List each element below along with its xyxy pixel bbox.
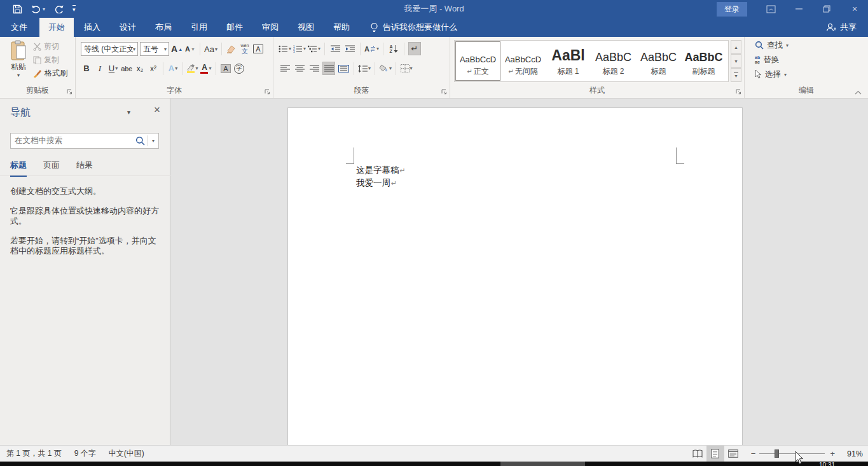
zoom-out-button[interactable]: −: [742, 449, 760, 458]
multilevel-list-button[interactable]: ▾: [308, 42, 320, 55]
close-button[interactable]: ×: [846, 4, 863, 14]
clear-formatting-button[interactable]: [226, 43, 237, 56]
select-button[interactable]: 选择 ▾: [755, 68, 868, 81]
share-button[interactable]: 共享: [826, 18, 857, 37]
tab-design[interactable]: 设计: [111, 18, 145, 37]
replace-button[interactable]: ab ac 替换: [755, 53, 868, 66]
document-page[interactable]: 这是字幕稿↵ 我爱一周↵: [287, 107, 743, 445]
style-subtitle[interactable]: AaBbC 副标题: [681, 41, 726, 81]
font-name-combobox[interactable]: 等线 (中文正文 ▾: [81, 42, 138, 56]
ribbon-display-options-button[interactable]: [762, 5, 779, 13]
customize-quick-access-button[interactable]: ▾: [72, 5, 76, 13]
underline-button[interactable]: U▾: [107, 62, 119, 75]
sign-in-button[interactable]: 登录: [717, 2, 747, 17]
superscript-button[interactable]: x²: [148, 62, 159, 75]
style-heading-1[interactable]: AaBl 标题 1: [546, 41, 591, 81]
tab-view[interactable]: 视图: [289, 18, 323, 37]
asian-layout-button[interactable]: A ▾: [364, 42, 379, 55]
copy-button[interactable]: 复制: [33, 55, 67, 65]
save-button[interactable]: [13, 4, 22, 14]
tab-mailings[interactable]: 邮件: [217, 18, 252, 37]
undo-button[interactable]: ▾: [31, 4, 45, 13]
styles-scroll-up-button[interactable]: ▲: [731, 40, 741, 54]
increase-indent-button[interactable]: [343, 42, 356, 55]
redo-button[interactable]: [54, 4, 64, 13]
styles-scroll-down-button[interactable]: ▼: [731, 54, 741, 68]
nav-tab-pages[interactable]: 页面: [43, 160, 60, 177]
justify-button[interactable]: [322, 62, 335, 75]
document-search-box[interactable]: 在文档中搜索 ▾: [10, 133, 159, 149]
cut-button[interactable]: 剪切: [33, 41, 67, 52]
borders-button[interactable]: ▾: [400, 62, 413, 75]
style-normal[interactable]: AaBbCcD ↵正文: [455, 41, 500, 81]
align-center-button[interactable]: [293, 62, 306, 75]
bullets-button[interactable]: ▾: [279, 42, 291, 55]
paste-button[interactable]: 粘贴 ▾: [5, 40, 32, 85]
clipboard-dialog-launcher[interactable]: [67, 89, 73, 95]
text-highlight-color-button[interactable]: ▾: [187, 62, 198, 75]
font-color-button[interactable]: A ▾: [200, 62, 212, 75]
undo-dropdown-icon[interactable]: ▾: [43, 6, 45, 12]
paragraph-dialog-launcher[interactable]: [441, 89, 448, 95]
nav-tab-results[interactable]: 结果: [76, 160, 93, 177]
shrink-font-button[interactable]: A▼: [184, 43, 196, 56]
style-title[interactable]: AaBbC 标题: [636, 41, 681, 81]
zoom-percentage[interactable]: 91%: [840, 449, 863, 458]
bold-button[interactable]: B: [81, 62, 92, 75]
page-indicator[interactable]: 第 1 页，共 1 页: [0, 448, 68, 459]
tab-insert[interactable]: 插入: [75, 18, 109, 37]
line-spacing-button[interactable]: ▾: [358, 62, 371, 75]
tab-home[interactable]: 开始: [39, 18, 74, 37]
read-mode-button[interactable]: [689, 446, 706, 462]
font-size-combobox[interactable]: 五号 ▾: [140, 42, 169, 56]
format-painter-button[interactable]: 格式刷: [33, 68, 67, 79]
change-case-button[interactable]: Aa▾: [204, 43, 217, 56]
align-right-button[interactable]: [308, 62, 320, 75]
navigation-pane-close-icon[interactable]: ×: [154, 104, 160, 116]
restore-button[interactable]: [818, 5, 835, 13]
styles-dialog-launcher[interactable]: [736, 89, 742, 95]
phonetic-guide-button[interactable]: wén 文: [239, 43, 251, 56]
document-text[interactable]: 这是字幕稿↵ 我爱一周↵: [356, 164, 406, 189]
character-border-button[interactable]: A: [252, 43, 264, 56]
language-indicator[interactable]: 中文(中国): [102, 448, 151, 459]
search-icon[interactable]: [133, 136, 148, 146]
tab-help[interactable]: 帮助: [324, 18, 359, 37]
numbering-button[interactable]: 123 ▾: [293, 42, 306, 55]
zoom-slider[interactable]: [759, 446, 825, 462]
font-dialog-launcher[interactable]: [265, 89, 271, 95]
tab-file[interactable]: 文件: [0, 18, 38, 37]
word-count-indicator[interactable]: 9 个字: [68, 448, 102, 459]
navigation-pane-options-icon[interactable]: ▾: [127, 109, 130, 116]
distributed-button[interactable]: [337, 62, 350, 75]
shading-button[interactable]: ▾: [379, 62, 392, 75]
style-heading-2[interactable]: AaBbC 标题 2: [591, 41, 636, 81]
web-layout-button[interactable]: [724, 446, 742, 462]
grow-font-button[interactable]: A▲: [171, 43, 183, 56]
tell-me-box[interactable]: 告诉我你想要做什么: [370, 18, 457, 37]
collapse-ribbon-button[interactable]: [855, 90, 862, 95]
strikethrough-button[interactable]: abc: [121, 62, 132, 75]
find-button[interactable]: 查找 ▾: [755, 39, 868, 51]
style-no-spacing[interactable]: AaBbCcD ↵无间隔: [500, 41, 546, 81]
document-line[interactable]: 我爱一周↵: [356, 177, 406, 189]
tab-references[interactable]: 引用: [182, 18, 216, 37]
show-hide-marks-button[interactable]: ↵: [408, 42, 421, 55]
zoom-slider-thumb[interactable]: [775, 449, 779, 458]
tab-review[interactable]: 审阅: [253, 18, 287, 37]
sort-button[interactable]: AZ: [387, 42, 400, 55]
align-left-button[interactable]: [279, 62, 291, 75]
subscript-button[interactable]: x₂: [134, 62, 146, 75]
print-layout-button[interactable]: [706, 446, 724, 462]
tab-layout[interactable]: 布局: [146, 18, 181, 37]
nav-tab-headings[interactable]: 标题: [10, 160, 27, 177]
search-options-dropdown-icon[interactable]: ▾: [148, 138, 158, 144]
text-effects-button[interactable]: A▾: [167, 62, 179, 75]
minimize-button[interactable]: [790, 8, 807, 10]
italic-button[interactable]: I: [94, 62, 106, 75]
paste-dropdown-icon[interactable]: ▾: [17, 72, 20, 78]
styles-more-button[interactable]: ▼: [731, 68, 741, 82]
decrease-indent-button[interactable]: [329, 42, 341, 55]
character-shading-button[interactable]: A: [220, 62, 231, 75]
document-line[interactable]: 这是字幕稿↵: [356, 164, 406, 177]
